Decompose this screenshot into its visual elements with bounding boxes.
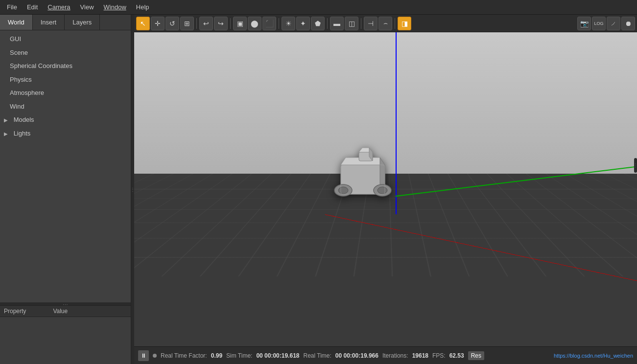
toolbar: ↖ ✛ ↺ ⊞ ↩ ↪ ▣ ⬤ ⬛ ☀ ✦ ⬟ (134, 15, 637, 32)
status-dot (153, 354, 157, 358)
tree-item-scene[interactable]: Scene (0, 46, 131, 60)
toolbar-plane-group: ▬ ◫ (330, 17, 358, 30)
chart-button[interactable]: ⟋ (607, 17, 620, 30)
sep-2 (230, 18, 231, 29)
tree-panel: GUI Scene Spherical Coordinates Physics … (0, 30, 131, 302)
tab-insert[interactable]: Insert (33, 15, 65, 30)
res-button[interactable]: Res (468, 351, 484, 360)
simtime-value: 00 00:00:19.618 (256, 352, 299, 359)
right-divider-handle[interactable]: ⋮ (634, 158, 637, 173)
sep-4 (327, 18, 328, 29)
viewport[interactable]: ↖ ✛ ↺ ⊞ ↩ ↪ ▣ ⬤ ⬛ ☀ ✦ ⬟ (134, 15, 637, 364)
sun-light-button[interactable]: ☀ (282, 17, 295, 30)
fps-label: FPS: (432, 352, 446, 359)
robot-svg (326, 145, 404, 209)
prop-col-property: Property (4, 308, 53, 315)
tree-item-spherical-coordinates[interactable]: Spherical Coordinates (0, 59, 131, 73)
simtime-label: Sim Time: (226, 352, 252, 359)
sphere-button[interactable]: ⬤ (248, 17, 261, 30)
toolbar-undo-group: ↩ ↪ (199, 17, 228, 30)
tree-item-physics[interactable]: Physics (0, 73, 131, 87)
toolbar-lights-group: ☀ ✦ ⬟ (282, 17, 325, 30)
tree-arrow-models: ▶ (4, 116, 10, 124)
tree-item-lights-label: Lights (14, 130, 31, 137)
plane1-button[interactable]: ▬ (330, 17, 344, 30)
select-tool-button[interactable]: ↖ (136, 17, 150, 30)
plane2-button[interactable]: ◫ (345, 17, 358, 30)
toolbar-joint-group: ⊣ ⌢ (364, 17, 392, 30)
box-button[interactable]: ▣ (233, 17, 247, 30)
tab-bar: World Insert Layers (0, 15, 131, 30)
rotate-tool-button[interactable]: ↺ (165, 17, 179, 30)
material-button[interactable]: ◨ (398, 17, 411, 30)
sep-3 (279, 18, 279, 29)
tree-item-models-label: Models (14, 116, 34, 123)
menu-view[interactable]: View (75, 1, 99, 13)
scene-canvas[interactable]: ⋮ (134, 32, 637, 346)
tab-world[interactable]: World (0, 15, 33, 30)
camera-snapshot-button[interactable]: 📷 (577, 17, 591, 30)
iterations-value: 19618 (412, 352, 428, 359)
pause-button[interactable]: ⏸ (138, 350, 149, 361)
url-text: https://blog.csdn.net/Hu_weichen (554, 353, 633, 359)
menu-edit[interactable]: Edit (22, 1, 43, 13)
joint1-button[interactable]: ⊣ (364, 17, 377, 30)
menu-help[interactable]: Help (131, 1, 154, 13)
joint2-button[interactable]: ⌢ (378, 17, 392, 30)
tree-arrow-lights: ▶ (4, 130, 10, 137)
toolbar-shapes-group: ▣ ⬤ ⬛ (233, 17, 276, 30)
toolbar-tools-group: ↖ ✛ ↺ ⊞ (136, 17, 194, 30)
statusbar: ⏸ Real Time Factor: 0.99 Sim Time: 00 00… (134, 346, 637, 364)
main-layout: World Insert Layers GUI Scene Spherical … (0, 15, 637, 364)
translate-tool-button[interactable]: ✛ (151, 17, 165, 30)
spot-light-button[interactable]: ⬟ (311, 17, 325, 30)
svg-point-9 (377, 187, 387, 194)
menu-camera[interactable]: Camera (43, 1, 75, 13)
menu-window[interactable]: Window (99, 1, 131, 13)
point-light-button[interactable]: ✦ (296, 17, 310, 30)
realtime-label: Real Time: (303, 352, 331, 359)
sep-1 (196, 18, 197, 29)
fps-value: 62.53 (449, 352, 464, 359)
sep-5 (361, 18, 361, 29)
undo-button[interactable]: ↩ (199, 17, 213, 30)
log-button[interactable]: LOG (592, 17, 606, 30)
rtf-value: 0.99 (211, 352, 222, 359)
prop-col-value: Value (53, 308, 127, 315)
left-panel: World Insert Layers GUI Scene Spherical … (0, 15, 131, 364)
menu-file[interactable]: File (2, 1, 22, 13)
menubar: File Edit Camera View Window Help (0, 0, 637, 15)
redo-button[interactable]: ↪ (214, 17, 228, 30)
tree-item-models[interactable]: ▶ Models (0, 113, 131, 127)
scale-tool-button[interactable]: ⊞ (180, 17, 194, 30)
realtime-value: 00 00:00:19.966 (335, 352, 378, 359)
sep-6 (395, 18, 395, 29)
tree-item-atmosphere[interactable]: Atmosphere (0, 86, 131, 100)
toolbar-right-group: 📷 LOG ⟋ ⏺ (577, 17, 635, 30)
properties-panel: Property Value (0, 305, 131, 364)
tree-item-gui[interactable]: GUI (0, 32, 131, 46)
svg-point-7 (338, 187, 348, 194)
robot-model (326, 145, 404, 227)
tab-layers[interactable]: Layers (65, 15, 100, 30)
rtf-label: Real Time Factor: (161, 352, 207, 359)
tree-item-wind[interactable]: Wind (0, 100, 131, 114)
iterations-label: Iterations: (382, 352, 408, 359)
cylinder-button[interactable]: ⬛ (262, 17, 276, 30)
tree-item-lights[interactable]: ▶ Lights (0, 127, 131, 140)
properties-header: Property Value (0, 306, 131, 317)
record-button[interactable]: ⏺ (621, 17, 635, 30)
